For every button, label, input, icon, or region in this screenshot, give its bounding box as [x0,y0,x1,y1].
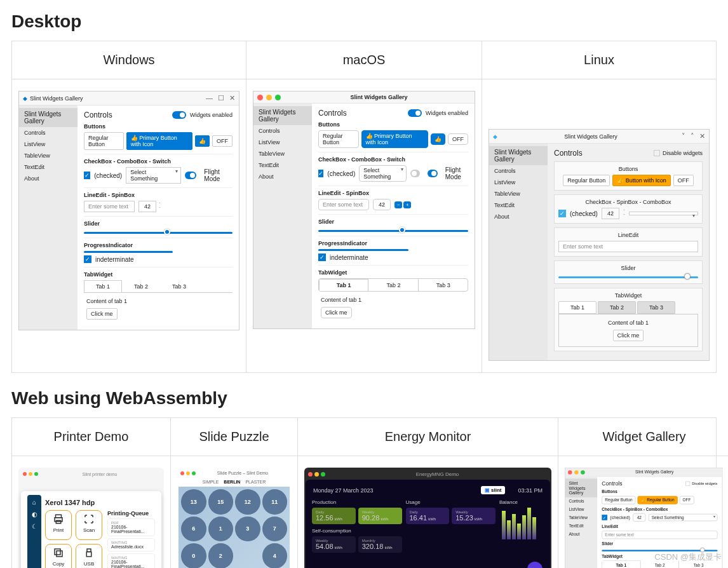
sidebar-item-tableview[interactable]: TableView [565,514,597,522]
primary-button[interactable]: 👍 Primary Button with Icon [361,130,428,148]
click-me-button[interactable]: Click me [86,308,118,320]
sidebar-item-textedit[interactable]: TextEdit [565,522,597,531]
text-input[interactable]: Enter some text [318,199,369,210]
slider-thumb[interactable] [399,227,405,233]
minimize-icon[interactable] [266,95,272,100]
flight-mode-toggle[interactable] [428,170,437,177]
puzzle-tile[interactable]: 13 [181,489,206,515]
off-button[interactable]: OFF [673,175,694,186]
print-tile[interactable]: Print [45,510,72,540]
indeterminate-checkbox[interactable]: ✓ [318,254,326,261]
tab-3[interactable]: Tab 3 [419,279,468,291]
queue-item[interactable]: WAITINGAdressliste.docx [107,538,155,551]
spin-up-icon[interactable]: ˄ [159,202,161,206]
sidebar-item-controls[interactable]: Controls [489,165,548,177]
tab-2[interactable]: Tab 2 [122,280,160,292]
slider-thumb[interactable] [164,229,170,235]
slider-thumb[interactable] [684,273,691,280]
maximize-icon[interactable] [581,470,584,474]
sidebar-item-about[interactable]: About [489,211,548,222]
ink-icon[interactable]: ◐ [32,511,37,518]
tab-2[interactable]: Tab 2 [368,279,418,291]
queue-item[interactable]: PDF210106-FinalPresentati... [107,518,155,536]
spinbox-value[interactable]: 42 [602,208,619,219]
tab-2[interactable]: Tab 2 [598,301,636,314]
puzzle-tile[interactable]: 12 [235,489,260,515]
sidebar-item-controls[interactable]: Controls [19,127,78,139]
close-icon[interactable] [568,470,572,474]
sidebar-item-tableview[interactable]: TableView [253,148,312,159]
tab-1[interactable]: Tab 1 [319,279,368,291]
sidebar-item-listview[interactable]: ListView [19,139,78,150]
sidebar-item-textedit[interactable]: TextEdit [253,159,312,171]
combobox[interactable]: Select Something [649,514,718,522]
minimize-icon[interactable] [574,470,578,474]
disable-widgets-checkbox[interactable] [685,482,690,486]
checkbox[interactable]: ✓ [558,210,566,217]
click-me-button[interactable]: Click me [613,330,644,341]
combobox[interactable] [629,212,698,215]
maximize-icon[interactable] [34,472,38,476]
puzzle-tile[interactable]: 3 [235,517,260,542]
text-input[interactable]: Enter some text [602,531,717,539]
slider[interactable] [318,230,468,232]
spin-down-icon[interactable]: ˅ [159,206,161,211]
close-icon[interactable] [257,95,263,100]
puzzle-tile[interactable]: 7 [262,517,288,542]
icon-button[interactable]: 👍 [431,133,445,145]
switch-off[interactable] [410,170,420,177]
flight-mode-toggle[interactable] [185,172,197,179]
close-icon[interactable]: ✕ [699,132,705,140]
tab-1[interactable]: Tab 1 [558,301,597,314]
sidebar-item-about[interactable]: About [19,173,78,184]
puzzle-tab-plaster[interactable]: PLASTER [245,480,266,484]
sidebar-item-tableview[interactable]: TableView [19,150,78,161]
regular-button[interactable]: Regular Button [84,132,124,150]
close-icon[interactable] [23,472,27,476]
spinbox-value[interactable]: 42 [633,513,645,522]
regular-button[interactable]: Regular Button [318,130,358,148]
off-button[interactable]: OFF [212,135,233,147]
sidebar-item-controls[interactable]: Controls [565,497,597,506]
widgets-enabled-toggle[interactable] [408,109,422,117]
puzzle-tile[interactable]: 0 [181,543,206,568]
slider[interactable] [558,276,698,278]
close-icon[interactable] [180,471,184,475]
sidebar-item-controls[interactable]: Controls [253,125,312,137]
checkbox[interactable]: ✓ [318,170,323,177]
maximize-icon[interactable] [192,471,196,475]
close-icon[interactable]: ✕ [229,94,235,102]
spin-down-icon[interactable]: − [394,201,402,208]
maximize-icon[interactable]: ☐ [218,94,224,102]
icon-button[interactable]: 👍 [195,135,210,147]
primary-button[interactable]: 👍 Primary Button with Icon [126,132,192,150]
puzzle-tile[interactable]: 4 [262,543,288,568]
spinbox-value[interactable]: 42 [373,199,391,210]
puzzle-tile[interactable]: 11 [262,489,288,515]
sidebar-item-tableview[interactable]: TableView [489,188,548,199]
spin-up-icon[interactable]: + [403,201,411,208]
puzzle-tab-simple[interactable]: SIMPLE [203,480,219,484]
click-me-button[interactable]: Click me [321,307,352,318]
disable-widgets-checkbox[interactable] [654,150,660,156]
indeterminate-checkbox[interactable]: ✓ [84,255,91,263]
text-input[interactable]: Enter some text [558,241,698,252]
checkbox[interactable]: ✓ [602,515,607,520]
text-input[interactable]: Enter some text [84,201,135,212]
sidebar-item-listview[interactable]: ListView [253,137,312,148]
primary-button[interactable]: 👍 Regular Button [638,496,678,504]
puzzle-tile[interactable]: 2 [208,543,234,568]
moon-icon[interactable]: ☾ [32,523,37,530]
minimize-icon[interactable]: — [206,94,213,102]
next-button[interactable]: → [527,562,543,568]
scan-tile[interactable]: Scan [76,510,102,540]
widgets-enabled-toggle[interactable] [172,111,186,119]
sidebar-item-about[interactable]: About [253,171,312,182]
home-icon[interactable]: ⌂ [32,499,36,506]
combobox[interactable]: Select Something [126,167,180,184]
usb-tile[interactable]: USB [76,544,102,569]
tab-1[interactable]: Tab 1 [84,280,122,292]
close-icon[interactable] [308,472,313,477]
queue-item[interactable]: WAITING210106-FinalPresentati... [107,553,155,568]
slider[interactable] [84,232,233,234]
